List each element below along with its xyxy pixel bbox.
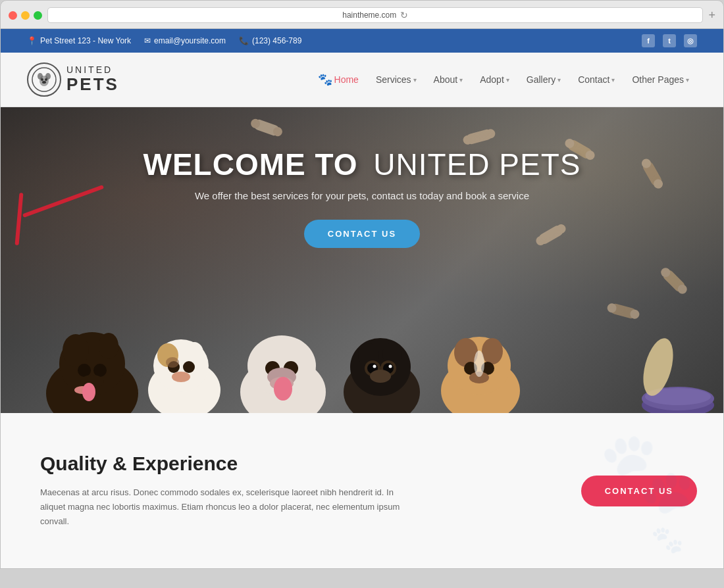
svg-point-12 <box>93 364 107 377</box>
dogs-illustration <box>1 268 723 413</box>
svg-point-26 <box>257 339 280 366</box>
svg-point-32 <box>274 377 292 401</box>
top-bar: 📍 Pet Street 123 - New York ✉ email@your… <box>1 29 723 53</box>
phone-item: 📞 (123) 456-789 <box>239 36 301 45</box>
chevron-down-icon: ▾ <box>686 76 689 84</box>
address-text: Pet Street 123 - New York <box>40 36 131 45</box>
chevron-down-icon: ▾ <box>557 76 561 84</box>
svg-point-41 <box>373 365 376 368</box>
nav-home-label: Home <box>334 74 359 85</box>
email-item: ✉ email@yoursite.com <box>144 36 226 45</box>
nav-about[interactable]: About ▾ <box>426 69 471 90</box>
hero-title-bold: WELCOME TO <box>143 147 358 182</box>
paw-icon: 🐾 <box>318 72 332 87</box>
quality-section: Quality & Experience Maecenas at arcu ri… <box>1 413 723 568</box>
nav-adopt-label: Adopt <box>480 74 504 85</box>
svg-point-9 <box>63 334 89 367</box>
svg-point-5 <box>45 78 47 81</box>
logo[interactable]: UNITED PETS <box>27 62 119 97</box>
svg-point-42 <box>389 365 392 368</box>
hero-subtitle: We offer the best services for your pets… <box>143 190 581 201</box>
nav-about-label: About <box>434 74 458 85</box>
nav-contact[interactable]: Contact ▾ <box>570 69 623 90</box>
svg-point-43 <box>370 370 391 383</box>
svg-point-6 <box>42 81 46 84</box>
nav-home[interactable]: 🐾 Home <box>310 67 367 92</box>
quality-cta-button[interactable]: CONTACT US <box>581 476 697 506</box>
top-bar-right: f t ◎ <box>642 34 697 47</box>
quality-text: Maecenas at arcu risus. Donec commodo so… <box>40 485 409 529</box>
logo-pets: PETS <box>66 75 119 94</box>
close-button[interactable] <box>9 11 17 20</box>
hero-title-light: UNITED PETS <box>373 147 581 182</box>
svg-point-27 <box>284 339 306 364</box>
new-tab-button[interactable]: + <box>708 9 715 22</box>
nav-services[interactable]: Services ▾ <box>368 69 425 90</box>
phone-icon: 📞 <box>239 36 249 45</box>
svg-point-4 <box>41 78 43 81</box>
nav-contact-label: Contact <box>578 74 609 85</box>
logo-icon <box>27 62 61 97</box>
nav-services-label: Services <box>376 74 411 85</box>
svg-point-34 <box>350 338 411 396</box>
svg-point-21 <box>183 361 195 373</box>
top-bar-left: 📍 Pet Street 123 - New York ✉ email@your… <box>27 36 301 45</box>
svg-point-22 <box>172 372 190 382</box>
logo-text: UNITED PETS <box>66 65 119 94</box>
facebook-icon[interactable]: f <box>642 34 655 47</box>
nav-gallery[interactable]: Gallery ▾ <box>519 69 569 90</box>
chevron-down-icon: ▾ <box>413 76 417 84</box>
hero-section: WELCOME TO UNITED PETS We offer the best… <box>1 107 723 413</box>
location-icon: 📍 <box>27 36 37 45</box>
traffic-lights <box>9 11 42 20</box>
svg-point-10 <box>99 333 118 359</box>
svg-point-15 <box>82 383 95 401</box>
svg-point-51 <box>474 351 484 377</box>
svg-point-19 <box>185 342 203 363</box>
chevron-down-icon: ▾ <box>506 76 509 84</box>
svg-point-11 <box>78 364 91 377</box>
logo-united: UNITED <box>66 65 119 75</box>
chevron-down-icon: ▾ <box>611 76 615 84</box>
hero-cta-button[interactable]: CONTACT US <box>304 220 420 248</box>
browser-window: haintheme.com ↻ + <box>0 0 724 29</box>
phone-text[interactable]: (123) 456-789 <box>252 36 301 45</box>
address-item: 📍 Pet Street 123 - New York <box>27 36 131 45</box>
email-icon: ✉ <box>144 36 151 45</box>
website-container: 📍 Pet Street 123 - New York ✉ email@your… <box>0 29 724 569</box>
nav-other-label: Other Pages <box>632 74 684 85</box>
twitter-icon[interactable]: t <box>663 34 676 47</box>
browser-toolbar: haintheme.com ↻ + <box>9 7 715 23</box>
nav-adopt[interactable]: Adopt ▾ <box>472 69 517 90</box>
hero-content: WELCOME TO UNITED PETS We offer the best… <box>143 147 581 248</box>
main-nav: 🐾 Home Services ▾ About ▾ Adopt ▾ Galler… <box>310 67 697 92</box>
chevron-down-icon: ▾ <box>459 76 463 84</box>
hero-title: WELCOME TO UNITED PETS <box>143 147 581 182</box>
maximize-button[interactable] <box>34 11 42 20</box>
minimize-button[interactable] <box>21 11 30 20</box>
quality-content: Quality & Experience Maecenas at arcu ri… <box>40 453 409 529</box>
email-text[interactable]: email@yoursite.com <box>154 36 226 45</box>
svg-point-47 <box>482 338 503 364</box>
quality-title: Quality & Experience <box>40 453 409 475</box>
instagram-icon[interactable]: ◎ <box>684 34 697 47</box>
url-text: haintheme.com <box>342 11 396 20</box>
address-bar[interactable]: haintheme.com ↻ <box>47 7 703 23</box>
svg-point-23 <box>166 357 179 368</box>
small-paw-watermark: 🐾 <box>651 524 684 555</box>
reload-button[interactable]: ↻ <box>400 10 408 20</box>
nav-other-pages[interactable]: Other Pages ▾ <box>624 69 697 90</box>
nav-gallery-label: Gallery <box>527 74 556 85</box>
header: UNITED PETS 🐾 Home Services ▾ About ▾ Ad… <box>1 53 723 107</box>
